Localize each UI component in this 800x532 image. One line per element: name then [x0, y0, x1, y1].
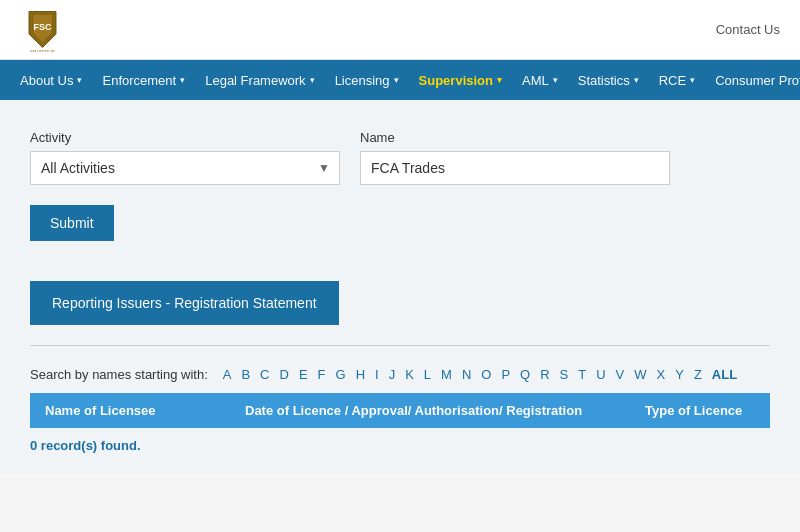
alpha-link-i[interactable]: I — [372, 366, 382, 383]
statistics-arrow-icon: ▾ — [634, 75, 639, 85]
form-row: Activity All Activities Investment Deale… — [30, 130, 770, 185]
alpha-link-x[interactable]: X — [654, 366, 669, 383]
nav-item-aml[interactable]: AML ▾ — [512, 60, 568, 100]
about-us-arrow-icon: ▾ — [77, 75, 82, 85]
alpha-link-v[interactable]: V — [613, 366, 628, 383]
alpha-link-q[interactable]: Q — [517, 366, 533, 383]
alpha-link-l[interactable]: L — [421, 366, 434, 383]
legal-framework-arrow-icon: ▾ — [310, 75, 315, 85]
alpha-link-b[interactable]: B — [238, 366, 253, 383]
alpha-link-h[interactable]: H — [353, 366, 368, 383]
alpha-link-all[interactable]: ALL — [709, 366, 740, 383]
contact-us-link[interactable]: Contact Us — [716, 22, 780, 37]
logo: FSC MAURITIUS — [20, 7, 65, 52]
activity-label: Activity — [30, 130, 340, 145]
submit-button[interactable]: Submit — [30, 205, 114, 241]
alpha-link-s[interactable]: S — [557, 366, 572, 383]
alpha-link-u[interactable]: U — [593, 366, 608, 383]
main-content: Activity All Activities Investment Deale… — [0, 100, 800, 473]
alpha-link-f[interactable]: F — [315, 366, 329, 383]
rce-arrow-icon: ▾ — [690, 75, 695, 85]
alpha-link-n[interactable]: N — [459, 366, 474, 383]
alpha-link-c[interactable]: C — [257, 366, 272, 383]
name-label: Name — [360, 130, 670, 145]
nav-item-supervision[interactable]: Supervision ▾ — [409, 60, 512, 100]
alpha-link-e[interactable]: E — [296, 366, 311, 383]
table-header-type: Type of Licence — [630, 393, 770, 428]
divider — [30, 345, 770, 346]
alpha-link-a[interactable]: A — [220, 366, 235, 383]
table-header-name: Name of Licensee — [30, 393, 230, 428]
page-header: FSC MAURITIUS Contact Us — [0, 0, 800, 60]
activity-select-wrapper: All Activities Investment Dealer Investm… — [30, 151, 340, 185]
nav-item-rce[interactable]: RCE ▾ — [649, 60, 705, 100]
alpha-link-m[interactable]: M — [438, 366, 455, 383]
alpha-link-j[interactable]: J — [386, 366, 399, 383]
name-input[interactable] — [360, 151, 670, 185]
nav-item-enforcement[interactable]: Enforcement ▾ — [92, 60, 195, 100]
nav-item-licensing[interactable]: Licensing ▾ — [325, 60, 409, 100]
alpha-link-w[interactable]: W — [631, 366, 649, 383]
alpha-link-o[interactable]: O — [478, 366, 494, 383]
supervision-arrow-icon: ▾ — [497, 75, 502, 85]
licensing-arrow-icon: ▾ — [394, 75, 399, 85]
nav-item-consumer-protect[interactable]: Consumer Protect ▾ — [705, 60, 800, 100]
table-header: Name of Licensee Date of Licence / Appro… — [30, 393, 770, 428]
reporting-issuers-button[interactable]: Reporting Issuers - Registration Stateme… — [30, 281, 339, 325]
table-header-date: Date of Licence / Approval/ Authorisatio… — [230, 393, 630, 428]
nav-item-statistics[interactable]: Statistics ▾ — [568, 60, 649, 100]
alpha-link-g[interactable]: G — [333, 366, 349, 383]
alpha-link-z[interactable]: Z — [691, 366, 705, 383]
alpha-link-p[interactable]: P — [498, 366, 513, 383]
records-found: 0 record(s) found. — [30, 438, 770, 453]
enforcement-arrow-icon: ▾ — [180, 75, 185, 85]
alpha-link-r[interactable]: R — [537, 366, 552, 383]
alpha-search-label: Search by names starting with: — [30, 367, 208, 382]
main-navigation: About Us ▾ Enforcement ▾ Legal Framework… — [0, 60, 800, 100]
activity-select[interactable]: All Activities Investment Dealer Investm… — [30, 151, 340, 185]
activity-form-group: Activity All Activities Investment Deale… — [30, 130, 340, 185]
svg-text:MAURITIUS: MAURITIUS — [30, 50, 55, 52]
alpha-link-d[interactable]: D — [276, 366, 291, 383]
results-table-section: Name of Licensee Date of Licence / Appro… — [30, 393, 770, 453]
alpha-search: Search by names starting with: A B C D E… — [30, 366, 770, 383]
banner-section: Reporting Issuers - Registration Stateme… — [30, 281, 770, 325]
aml-arrow-icon: ▾ — [553, 75, 558, 85]
alpha-link-y[interactable]: Y — [672, 366, 687, 383]
logo-icon: FSC MAURITIUS — [20, 7, 65, 52]
nav-item-about-us[interactable]: About Us ▾ — [10, 60, 92, 100]
svg-text:FSC: FSC — [34, 22, 53, 32]
nav-item-legal-framework[interactable]: Legal Framework ▾ — [195, 60, 324, 100]
alpha-link-k[interactable]: K — [402, 366, 417, 383]
alpha-link-t[interactable]: T — [575, 366, 589, 383]
name-form-group: Name — [360, 130, 670, 185]
search-form-section: Activity All Activities Investment Deale… — [30, 120, 770, 261]
